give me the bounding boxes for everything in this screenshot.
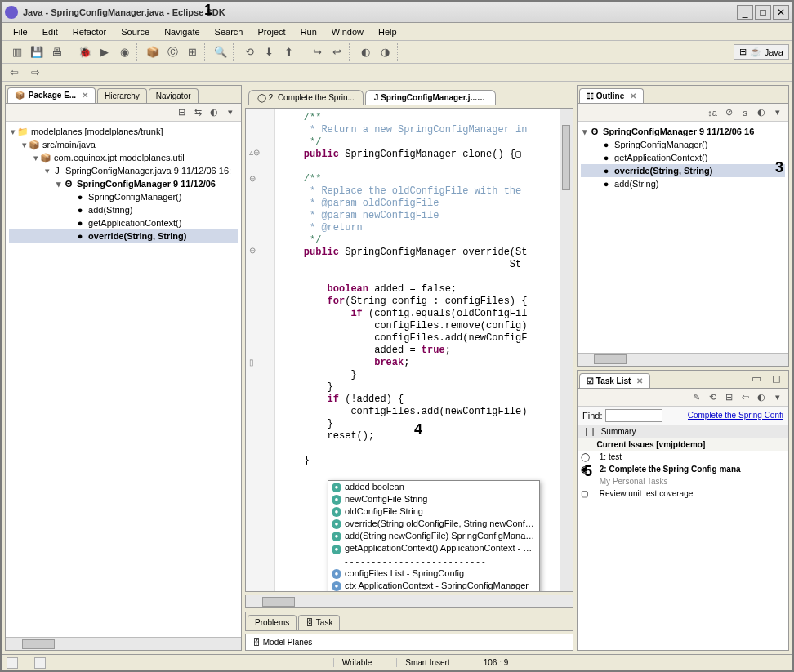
completion-item[interactable]: ●getApplicationContext() ApplicationCont… bbox=[328, 542, 539, 554]
completion-item[interactable]: ●add(String newConfigFile) SpringConfigM… bbox=[328, 530, 539, 542]
editor-h-scrollbar[interactable] bbox=[245, 595, 573, 608]
sort-icon[interactable]: ↕a bbox=[705, 105, 720, 120]
newclass-icon[interactable]: Ⓒ bbox=[163, 43, 181, 61]
focus-workweek-icon[interactable]: ◐ bbox=[754, 389, 769, 404]
task-row[interactable]: My Personal Tasks bbox=[578, 475, 788, 487]
update-icon[interactable]: ⬆ bbox=[279, 43, 297, 61]
completion-item[interactable]: ●configFiles List - SpringConfig bbox=[328, 567, 539, 580]
refresh-icon[interactable]: ⟲ bbox=[705, 389, 720, 404]
run-icon[interactable]: ▶ bbox=[96, 43, 114, 61]
fold-icon[interactable]: ⊖ bbox=[249, 246, 256, 255]
focus-icon[interactable]: ◐ bbox=[754, 105, 769, 120]
completion-item[interactable]: ●override(String oldConfigFile, String n… bbox=[328, 518, 539, 530]
search-icon[interactable]: 🔍 bbox=[212, 43, 230, 61]
menu-file[interactable]: File bbox=[7, 25, 34, 38]
opentype-icon[interactable]: ⊞ bbox=[183, 43, 201, 61]
working-task-link[interactable]: Complete the Spring Confi bbox=[688, 411, 783, 420]
tree-node[interactable]: ● add(String) bbox=[581, 177, 785, 190]
minimize-button[interactable]: _ bbox=[737, 5, 753, 20]
collapse-all-icon[interactable]: ⊟ bbox=[174, 105, 189, 120]
close-icon[interactable]: ✕ bbox=[630, 91, 636, 100]
maximize-view-icon[interactable]: ◻ bbox=[767, 370, 785, 388]
completion-item[interactable]: ●added boolean bbox=[328, 481, 539, 493]
hide-static-icon[interactable]: s bbox=[738, 105, 752, 120]
menu-edit[interactable]: Edit bbox=[36, 25, 65, 38]
tab-navigator[interactable]: Navigator bbox=[149, 88, 198, 103]
tree-node[interactable]: ▾Θ SpringConfigManager 9 11/12/06 16 bbox=[581, 125, 785, 138]
task-row[interactable]: ▢ Review unit test coverage bbox=[578, 487, 788, 500]
menu-search[interactable]: Search bbox=[208, 25, 250, 38]
menu-run[interactable]: Run bbox=[294, 25, 323, 38]
editor-gutter[interactable]: ▵⊖ ⊖ ⊖ ▯ bbox=[246, 109, 275, 591]
tree-node[interactable]: ● override(String, String) bbox=[9, 229, 238, 243]
task-row[interactable]: ◯ 1: test bbox=[578, 451, 788, 463]
link-editor-icon[interactable]: ⇆ bbox=[190, 105, 205, 120]
task-header[interactable]: | | Summary bbox=[578, 425, 788, 438]
completion-item[interactable]: ●oldConfigFile String bbox=[328, 505, 539, 518]
hide-fields-icon[interactable]: ⊘ bbox=[721, 105, 736, 120]
next-annotation-icon[interactable]: ↪ bbox=[308, 43, 326, 61]
tab-package-explorer[interactable]: 📦 Package E... ✕ bbox=[7, 87, 96, 103]
tab-problems[interactable]: Problems bbox=[248, 615, 297, 630]
save-icon[interactable]: 💾 bbox=[28, 43, 46, 61]
status-icon[interactable] bbox=[7, 657, 18, 669]
task-focus-icon[interactable]: ◑ bbox=[376, 43, 394, 61]
tab-outline[interactable]: ☷ Outline ✕ bbox=[579, 88, 644, 103]
perspective-switcher[interactable]: ⊞ ☕ Java bbox=[734, 44, 789, 60]
close-icon[interactable]: ✕ bbox=[82, 91, 88, 100]
collapse-icon[interactable]: ⊟ bbox=[721, 389, 736, 404]
fold-icon[interactable]: ▵⊖ bbox=[249, 148, 260, 157]
menu-navigate[interactable]: Navigate bbox=[158, 25, 206, 38]
v-scrollbar[interactable] bbox=[560, 109, 573, 591]
editor-tab-task[interactable]: ◯ 2: Complete the Sprin... bbox=[248, 90, 364, 105]
task-context-icon[interactable]: ◐ bbox=[356, 43, 374, 61]
tree-node[interactable]: ● getApplicationContext() bbox=[9, 216, 238, 229]
status-icon[interactable] bbox=[34, 657, 46, 669]
menu-source[interactable]: Source bbox=[114, 25, 156, 38]
find-input[interactable] bbox=[605, 409, 662, 422]
task-group[interactable]: Current Issues [vmjptdemo] bbox=[578, 438, 788, 451]
tab-hierarchy[interactable]: Hierarchy bbox=[97, 88, 147, 103]
tree-node[interactable]: ▾Θ SpringConfigManager 9 11/12/06 bbox=[9, 177, 238, 190]
tree-node[interactable]: ● SpringConfigManager() bbox=[9, 190, 238, 203]
history-back-icon[interactable]: ⇦ bbox=[738, 389, 752, 404]
repo-row[interactable]: 🗄 Model Planes bbox=[245, 634, 573, 651]
view-menu-icon[interactable]: ▾ bbox=[770, 105, 785, 120]
menu-project[interactable]: Project bbox=[251, 25, 292, 38]
tree-node[interactable]: ● add(String) bbox=[9, 203, 238, 216]
close-icon[interactable]: ✕ bbox=[636, 376, 643, 385]
back-icon[interactable]: ⇦ bbox=[5, 64, 23, 82]
menu-window[interactable]: Window bbox=[325, 25, 370, 38]
open-perspective-icon[interactable]: ⊞ bbox=[739, 47, 747, 57]
extrun-icon[interactable]: ◉ bbox=[115, 43, 133, 61]
minimize-view-icon[interactable]: ▭ bbox=[747, 370, 765, 388]
java-editor[interactable]: ▵⊖ ⊖ ⊖ ▯ /** * Return a new SpringConfig… bbox=[245, 108, 573, 592]
new-icon[interactable]: ▥ bbox=[8, 43, 26, 61]
fold-icon[interactable]: ⊖ bbox=[249, 174, 256, 183]
menu-refactor[interactable]: Refactor bbox=[66, 25, 114, 38]
tab-task-repos[interactable]: 🗄 Task bbox=[298, 615, 340, 630]
sync-icon[interactable]: ⟲ bbox=[240, 43, 258, 61]
h-scrollbar[interactable] bbox=[578, 353, 788, 366]
task-row[interactable]: ◉ 2: Complete the Spring Config mana bbox=[578, 463, 788, 475]
close-button[interactable]: ✕ bbox=[773, 5, 789, 20]
h-scrollbar[interactable] bbox=[6, 637, 241, 650]
completion-item[interactable]: ●ctx ApplicationContext - SpringConfigMa… bbox=[328, 580, 539, 592]
debug-icon[interactable]: 🐞 bbox=[76, 43, 94, 61]
focus-task-icon[interactable]: ◐ bbox=[207, 105, 221, 120]
tree-node[interactable]: ▾📁 modelplanes [modelplanes/trunk] bbox=[9, 125, 238, 138]
tree-node[interactable]: ● override(String, String) bbox=[581, 164, 785, 177]
forward-icon[interactable]: ⇨ bbox=[26, 64, 44, 82]
marker-icon[interactable]: ▯ bbox=[249, 358, 254, 367]
tree-node[interactable]: ● SpringConfigManager() bbox=[581, 138, 785, 151]
view-menu-icon[interactable]: ▾ bbox=[770, 389, 785, 404]
tab-tasklist[interactable]: ☑ Task List ✕ bbox=[579, 373, 650, 388]
commit-icon[interactable]: ⬇ bbox=[260, 43, 278, 61]
maximize-button[interactable]: □ bbox=[755, 5, 771, 20]
newpkg-icon[interactable]: 📦 bbox=[144, 43, 162, 61]
editor-tab-java[interactable]: J SpringConfigManager.j... ✕ bbox=[365, 90, 496, 105]
package-explorer-tree[interactable]: 1 ▾📁 modelplanes [modelplanes/trunk]▾📦 s… bbox=[6, 122, 241, 637]
tree-node[interactable]: ▾📦 src/main/java bbox=[9, 138, 238, 151]
print-icon[interactable]: 🖶 bbox=[47, 43, 65, 61]
tree-node[interactable]: ▾📦 com.equinox.jpt.modelplanes.util bbox=[9, 151, 238, 164]
